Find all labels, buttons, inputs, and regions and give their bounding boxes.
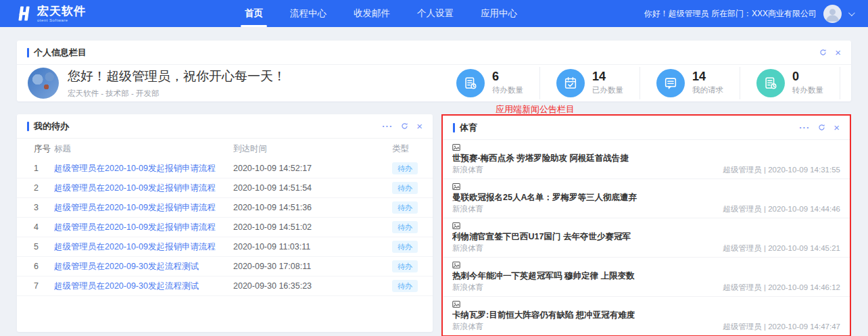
news-timestamp: 超级管理员 | 2020-10-09 14:47:47 <box>723 322 840 332</box>
todo-link[interactable]: 超级管理员在2020-10-09发起报销申请流程 <box>54 163 233 174</box>
status-badge: 待办 <box>392 162 418 174</box>
panel-title: 我的待办 <box>27 120 69 133</box>
logo-subtitle: otent Software <box>37 18 86 22</box>
close-icon[interactable]: × <box>416 121 423 131</box>
arrival-time: 2020-10-09 14:51:36 <box>233 203 392 212</box>
refresh-icon[interactable] <box>401 122 408 130</box>
accent-bar <box>27 48 29 57</box>
arrival-time: 2020-10-09 11:03:11 <box>233 242 392 251</box>
profile-photo[interactable] <box>28 68 59 99</box>
status-badge: 待办 <box>392 241 418 253</box>
stats-row: 6 待办数量 14 已办数量 <box>440 67 840 99</box>
news-item[interactable]: 利物浦官宣签下巴西U17国门 去年夺世少赛冠军 新浪体育 超级管理员 | 202… <box>443 218 850 258</box>
personal-info-panel: 个人信息栏目 × 您好！超级管理员，祝你开心每一天！ 宏天软件 - 技术部 - … <box>17 41 851 101</box>
request-doc-icon <box>656 69 685 97</box>
nav-item[interactable]: 收发邮件 <box>340 0 404 27</box>
logo-icon <box>15 5 32 22</box>
transfer-list-icon <box>756 69 785 97</box>
table-row: 6 超级管理员在2020-09-30发起流程测试 2020-09-30 17:0… <box>17 257 433 277</box>
todo-link[interactable]: 超级管理员在2020-10-09发起报销申请流程 <box>54 241 233 253</box>
news-source: 新浪体育 <box>452 165 483 175</box>
arrival-time: 2020-09-30 16:35:23 <box>233 281 392 291</box>
row-index: 4 <box>17 222 54 232</box>
user-greeting: 你好！超级管理员 所在部门：XXX商业有限公司 <box>644 8 817 20</box>
user-avatar[interactable] <box>823 5 842 23</box>
welcome-message: 您好！超级管理员，祝你开心每一天！ <box>68 68 286 85</box>
table-row: 5 超级管理员在2020-10-09发起报销申请流程 2020-10-09 11… <box>17 237 433 257</box>
image-placeholder-icon <box>452 222 460 230</box>
image-placeholder-icon <box>452 261 460 269</box>
close-icon[interactable]: × <box>835 47 841 57</box>
nav-item[interactable]: 首页 <box>231 0 276 27</box>
todo-link[interactable]: 超级管理员在2020-10-09发起报销申请流程 <box>54 222 233 233</box>
row-index: 1 <box>17 164 54 173</box>
table-row: 7 超级管理员在2020-09-30发起流程测试 2020-09-30 16:3… <box>17 277 433 296</box>
panel-title: 个人信息栏目 <box>27 47 87 59</box>
person-icon <box>823 5 842 23</box>
todo-link[interactable]: 超级管理员在2020-09-30发起流程测试 <box>54 281 233 292</box>
stat-done-count[interactable]: 14 已办数量 <box>540 67 640 99</box>
news-item[interactable]: 曼联欧冠报名25人A名单：罗梅罗等三人彻底遭弃 新浪体育 超级管理员 | 202… <box>443 179 850 218</box>
news-timestamp: 超级管理员 | 2020-10-09 14:31:55 <box>723 165 840 175</box>
my-todo-panel: 我的待办 ··· × 序号 标题 到达时间 类型 <box>17 114 433 332</box>
news-source: 新浪体育 <box>452 204 483 214</box>
refresh-icon[interactable] <box>818 124 825 131</box>
todo-link[interactable]: 超级管理员在2020-10-09发起报销申请流程 <box>54 202 233 214</box>
arrival-time: 2020-09-30 17:08:11 <box>233 262 392 271</box>
logo-title: 宏天软件 <box>37 5 86 17</box>
status-badge: 待办 <box>392 182 418 194</box>
refresh-icon[interactable] <box>819 49 827 56</box>
more-icon[interactable]: ··· <box>799 123 810 132</box>
nav-item[interactable]: 个人设置 <box>404 0 467 27</box>
news-title: 利物浦官宣签下巴西U17国门 去年夺世少赛冠军 <box>452 231 840 243</box>
stat-my-requests[interactable]: 14 我的请求 <box>640 67 740 99</box>
row-index: 5 <box>17 242 54 251</box>
table-row: 4 超级管理员在2020-10-09发起报销申请流程 2020-10-09 14… <box>17 218 433 237</box>
nav-item[interactable]: 流程中心 <box>276 0 340 27</box>
row-index: 7 <box>17 281 54 291</box>
chevron-down-icon[interactable] <box>848 9 855 16</box>
news-title: 热刺今年能冲一下英超冠军吗 穆帅定律 上限变数 <box>452 270 840 282</box>
table-row: 2 超级管理员在2020-10-09发起报销申请流程 2020-10-09 14… <box>17 178 433 198</box>
news-timestamp: 超级管理员 | 2020-10-09 14:45:21 <box>723 243 840 254</box>
news-item[interactable]: 卡纳瓦罗:目前恒大阵容仍有缺陷 想冲亚冠有难度 新浪体育 超级管理员 | 202… <box>443 297 850 335</box>
image-placeholder-icon <box>452 300 460 308</box>
panel-title: 体育 <box>453 122 477 134</box>
status-badge: 待办 <box>392 201 418 214</box>
todo-link[interactable]: 超级管理员在2020-09-30发起流程测试 <box>54 261 233 272</box>
status-badge: 待办 <box>392 221 418 233</box>
news-timestamp: 超级管理员 | 2020-10-09 14:44:46 <box>723 204 840 214</box>
accent-bar <box>453 123 455 133</box>
department-path: 宏天软件 - 技术部 - 开发部 <box>68 89 286 99</box>
stat-todo-count[interactable]: 6 待办数量 <box>440 67 540 99</box>
table-header: 序号 标题 到达时间 类型 <box>17 139 433 159</box>
news-item[interactable]: 热刺今年能冲一下英超冠军吗 穆帅定律 上限变数 新浪体育 超级管理员 | 202… <box>443 258 850 297</box>
news-title: 世预赛-梅西点杀 劳塔罗险助攻 阿根廷首战告捷 <box>452 153 840 164</box>
row-index: 6 <box>17 262 54 271</box>
more-icon[interactable]: ··· <box>382 122 393 130</box>
top-navbar: 宏天软件 otent Software 首页 流程中心 收发邮件 个人设置 应用… <box>0 0 868 27</box>
row-index: 3 <box>17 203 54 212</box>
image-placeholder-icon <box>452 183 460 191</box>
status-badge: 待办 <box>392 260 418 272</box>
arrival-time: 2020-10-09 14:52:17 <box>233 164 392 173</box>
news-source: 新浪体育 <box>452 283 483 293</box>
table-row: 3 超级管理员在2020-10-09发起报销申请流程 2020-10-09 14… <box>17 198 433 218</box>
nav-item[interactable]: 应用中心 <box>467 0 531 27</box>
calendar-check-icon <box>556 69 585 97</box>
news-title: 卡纳瓦罗:目前恒大阵容仍有缺陷 想冲亚冠有难度 <box>452 310 840 321</box>
todo-table-body: 1 超级管理员在2020-10-09发起报销申请流程 2020-10-09 14… <box>17 159 433 296</box>
table-row: 1 超级管理员在2020-10-09发起报销申请流程 2020-10-09 14… <box>17 159 433 178</box>
close-icon[interactable]: × <box>834 122 840 133</box>
news-title: 曼联欧冠报名25人A名单：罗梅罗等三人彻底遭弃 <box>452 192 840 203</box>
app-logo[interactable]: 宏天软件 otent Software <box>15 5 86 22</box>
news-source: 新浪体育 <box>452 322 483 332</box>
todo-link[interactable]: 超级管理员在2020-10-09发起报销申请流程 <box>54 183 233 194</box>
news-item[interactable]: 世预赛-梅西点杀 劳塔罗险助攻 阿根廷首战告捷 新浪体育 超级管理员 | 202… <box>443 140 850 179</box>
news-source: 新浪体育 <box>452 243 483 254</box>
arrival-time: 2020-10-09 14:51:54 <box>233 183 392 193</box>
sports-news-panel: 体育 ··· × <box>441 114 851 336</box>
arrival-time: 2020-10-09 14:51:02 <box>233 222 392 232</box>
stat-transfer-count[interactable]: 0 转办数量 <box>740 67 840 99</box>
status-badge: 待办 <box>392 280 418 292</box>
